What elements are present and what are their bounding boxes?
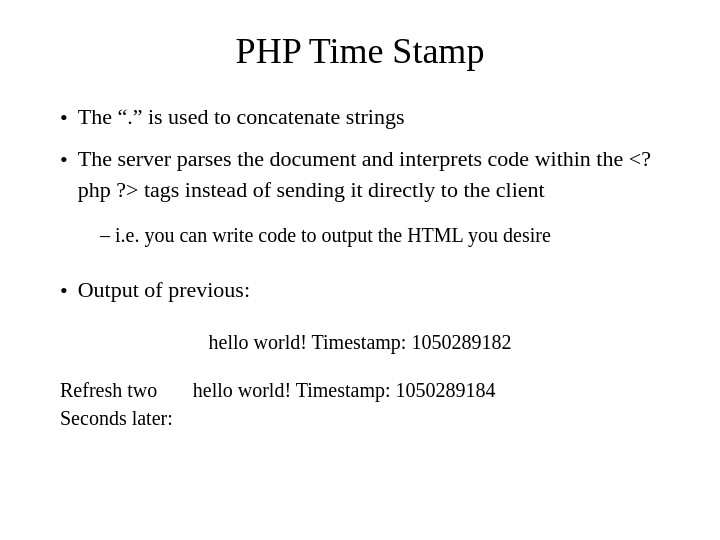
bullet-dot-2: • [60,145,68,176]
refresh-label-line2: Seconds later: [60,407,173,429]
bullet-text-1: The “.” is used to concatenate strings [78,102,660,133]
content-area: • The “.” is used to concatenate strings… [60,102,660,432]
page-title: PHP Time Stamp [236,30,485,72]
output-bullet-item: • Output of previous: [60,275,660,307]
refresh-value: hello world! Timestamp: 1050289184 [193,376,496,404]
output-bullet-text: Output of previous: [78,275,660,306]
bullet-dot-output: • [60,276,68,307]
refresh-row: Refresh two Seconds later: hello world! … [60,376,660,432]
bullet-item-1: • The “.” is used to concatenate strings [60,102,660,134]
sub-bullet-1: – i.e. you can write code to output the … [100,221,660,249]
refresh-label-line1: Refresh two [60,379,157,401]
bullet-item-2: • The server parses the document and int… [60,144,660,206]
bullet-text-2: The server parses the document and inter… [78,144,660,206]
refresh-label: Refresh two Seconds later: [60,376,173,432]
output-center-text: hello world! Timestamp: 1050289182 [60,331,660,354]
bullet-dot-1: • [60,103,68,134]
